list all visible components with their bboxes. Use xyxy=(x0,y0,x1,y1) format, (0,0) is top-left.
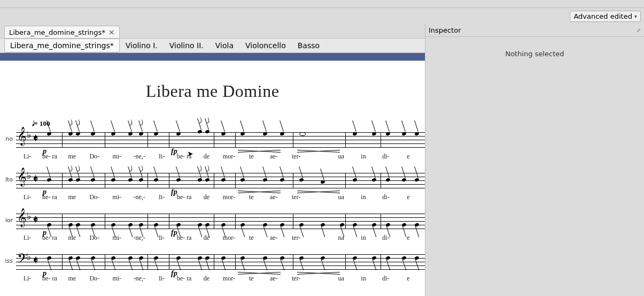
part-tab-main[interactable]: Libera_me_domine_strings* xyxy=(4,39,120,52)
note[interactable] xyxy=(262,178,267,182)
note[interactable] xyxy=(262,223,267,227)
note[interactable] xyxy=(280,256,284,260)
note[interactable] xyxy=(176,223,181,227)
note[interactable] xyxy=(385,132,390,136)
note[interactable] xyxy=(240,256,245,260)
note[interactable] xyxy=(352,223,357,227)
note[interactable] xyxy=(75,256,80,260)
note[interactable] xyxy=(68,132,73,136)
note[interactable] xyxy=(320,256,325,260)
note[interactable] xyxy=(385,178,390,182)
note[interactable] xyxy=(128,256,133,260)
note[interactable] xyxy=(371,178,376,182)
file-tab[interactable]: Libera_me_domine_strings* × xyxy=(4,26,120,38)
note[interactable] xyxy=(205,130,210,134)
note[interactable] xyxy=(111,132,115,136)
note[interactable] xyxy=(352,132,357,136)
note[interactable] xyxy=(68,256,73,260)
note[interactable] xyxy=(153,256,158,260)
part-tab-viola[interactable]: Viola xyxy=(210,39,239,52)
note[interactable] xyxy=(68,178,73,182)
note[interactable] xyxy=(205,223,210,227)
note[interactable] xyxy=(138,223,143,227)
note[interactable] xyxy=(153,178,158,182)
note[interactable] xyxy=(176,132,181,136)
note[interactable] xyxy=(221,132,226,136)
note[interactable] xyxy=(90,256,95,260)
note[interactable] xyxy=(90,178,95,182)
note[interactable] xyxy=(262,132,267,136)
note[interactable] xyxy=(153,223,158,227)
note[interactable] xyxy=(262,256,267,260)
note[interactable] xyxy=(385,256,390,260)
note[interactable] xyxy=(240,132,245,136)
note[interactable] xyxy=(414,223,419,227)
chevron-down-icon: ▾ xyxy=(634,13,637,19)
note[interactable] xyxy=(111,256,115,260)
note[interactable] xyxy=(138,132,143,136)
note[interactable] xyxy=(128,223,133,227)
note[interactable] xyxy=(371,256,376,260)
score-canvas[interactable]: Libera me Domine 𝅘𝅥 = 100 no 𝄞 ♭ 𝄵 p fp … xyxy=(0,60,425,296)
note[interactable] xyxy=(280,223,284,227)
note[interactable] xyxy=(75,223,80,227)
note[interactable] xyxy=(371,132,376,136)
note[interactable] xyxy=(221,256,226,260)
note[interactable] xyxy=(401,223,406,227)
note[interactable] xyxy=(339,223,344,227)
note[interactable] xyxy=(153,132,158,136)
note[interactable] xyxy=(371,223,376,227)
note[interactable] xyxy=(197,178,202,182)
note[interactable] xyxy=(90,132,95,136)
note[interactable] xyxy=(221,223,226,227)
note[interactable] xyxy=(414,132,419,136)
note[interactable] xyxy=(280,132,284,136)
note[interactable] xyxy=(68,223,73,227)
note[interactable] xyxy=(46,132,51,136)
note[interactable] xyxy=(240,223,245,227)
note[interactable] xyxy=(320,180,325,184)
note[interactable] xyxy=(414,256,419,260)
note[interactable] xyxy=(111,178,115,182)
note[interactable] xyxy=(138,178,143,182)
note[interactable] xyxy=(240,178,245,182)
note[interactable] xyxy=(385,223,390,227)
note[interactable] xyxy=(205,256,210,260)
note[interactable] xyxy=(414,178,419,182)
note[interactable] xyxy=(90,223,95,227)
note[interactable] xyxy=(280,178,284,182)
note[interactable] xyxy=(197,130,202,134)
note[interactable] xyxy=(46,223,51,227)
note[interactable] xyxy=(75,132,80,136)
part-tab-violoncello[interactable]: Violoncello xyxy=(239,39,292,52)
note[interactable] xyxy=(176,178,181,182)
note[interactable] xyxy=(46,256,51,260)
note[interactable] xyxy=(401,256,406,260)
note[interactable] xyxy=(128,132,133,136)
part-tab-basso[interactable]: Basso xyxy=(292,39,325,52)
close-icon[interactable]: × xyxy=(108,28,115,36)
note[interactable] xyxy=(197,223,202,227)
note[interactable] xyxy=(352,256,357,260)
note[interactable] xyxy=(299,178,304,182)
note[interactable] xyxy=(111,223,115,227)
note[interactable] xyxy=(176,256,181,260)
note[interactable] xyxy=(320,223,325,227)
note[interactable] xyxy=(221,178,226,182)
note[interactable] xyxy=(299,256,304,260)
note[interactable] xyxy=(401,178,406,182)
part-tab-violino2[interactable]: Violino II. xyxy=(164,39,210,52)
note[interactable] xyxy=(401,132,406,136)
part-tab-violino1[interactable]: Violino I. xyxy=(120,39,164,52)
note[interactable] xyxy=(138,256,143,260)
note[interactable] xyxy=(205,178,210,182)
expand-icon[interactable]: ⤢ xyxy=(637,27,641,33)
note[interactable] xyxy=(197,256,202,260)
note[interactable] xyxy=(352,178,357,182)
advanced-edited-button[interactable]: Advanced edited ▾ xyxy=(570,11,641,22)
note[interactable] xyxy=(46,178,51,182)
note[interactable] xyxy=(299,223,304,227)
note[interactable] xyxy=(128,178,133,182)
note[interactable] xyxy=(75,178,80,182)
whole-note[interactable] xyxy=(299,132,306,136)
